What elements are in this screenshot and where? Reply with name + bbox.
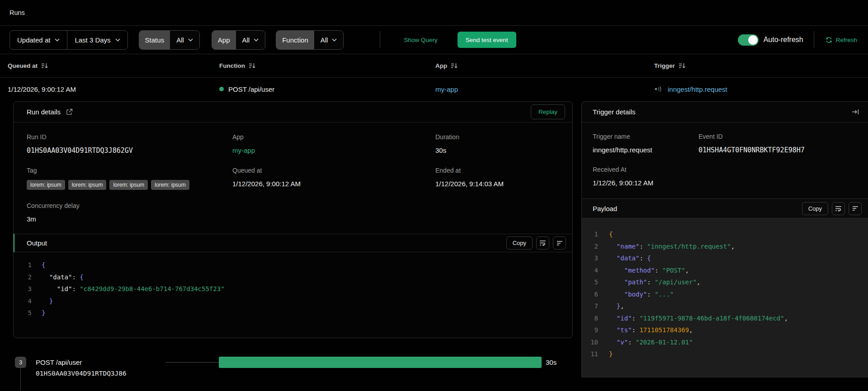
- sort-field-dropdown[interactable]: Updated at: [10, 31, 67, 49]
- field-trigger-name: Trigger name inngest/http.request: [593, 133, 698, 154]
- step-name: POST /api/user: [36, 357, 165, 368]
- column-label: App: [435, 62, 447, 69]
- format-lines-button[interactable]: [553, 236, 566, 250]
- auto-refresh-label: Auto-refresh: [764, 36, 803, 44]
- page-title: Runs: [9, 9, 25, 16]
- time-range-value: Last 3 Days: [75, 36, 110, 44]
- field-label: App: [232, 133, 435, 141]
- run-trigger-cell: inngest/http.request: [654, 85, 868, 93]
- run-trigger-link[interactable]: inngest/http.request: [668, 85, 727, 93]
- payload-code-block: 1{2 "name": "inngest/http.request",3 "da…: [582, 218, 868, 377]
- field-label: Event ID: [698, 133, 857, 140]
- sort-icon: [249, 62, 256, 69]
- function-filter-dropdown[interactable]: All: [314, 31, 344, 49]
- trigger-details-header: Trigger details: [582, 102, 868, 122]
- run-details-title: Run details: [27, 108, 61, 116]
- field-label: Concurrency delay: [27, 202, 232, 209]
- format-lines-button[interactable]: [849, 202, 862, 215]
- sort-icon: [679, 62, 686, 69]
- wrap-text-icon: [539, 240, 546, 246]
- timeline-connector-line: [165, 362, 219, 363]
- step-count-badge[interactable]: 3: [15, 357, 26, 368]
- runs-page: Runs Updated at Last 3 Days Status All A…: [0, 0, 868, 391]
- field-app: App my-app: [232, 133, 435, 155]
- ended-at-value: 1/12/2026, 9:14:03 AM: [435, 180, 560, 188]
- app-filter: App All: [212, 30, 265, 50]
- wrap-text-button[interactable]: [536, 236, 549, 250]
- run-details-column: Run details Replay Run ID 01HS: [13, 101, 573, 391]
- column-header-app[interactable]: App: [435, 62, 458, 69]
- chevron-down-icon: [332, 38, 337, 42]
- runs-table-header: Queued at Function App Trigger: [0, 54, 868, 78]
- sort-icon: [41, 62, 48, 69]
- chevron-down-icon: [115, 38, 120, 42]
- payload-section-header: Payload Copy: [582, 198, 868, 218]
- run-table-row[interactable]: 1/12/2026, 9:00:12 AM POST /api/user my-…: [0, 78, 868, 100]
- run-app-link[interactable]: my-app: [435, 85, 654, 93]
- tag-badge: lorem: ipsum: [151, 180, 189, 190]
- run-details-header: Run details Replay: [14, 102, 572, 122]
- run-function-cell: POST /api/user: [219, 85, 435, 93]
- app-filter-label: App: [212, 31, 236, 49]
- format-lines-icon: [557, 240, 563, 246]
- field-concurrency-delay: Concurrency delay 3m: [27, 202, 232, 223]
- payload-title: Payload: [593, 205, 617, 212]
- time-range-dropdown[interactable]: Last 3 Days: [67, 31, 127, 49]
- copy-output-button[interactable]: Copy: [506, 236, 533, 250]
- column-header-queued-at[interactable]: Queued at: [8, 62, 48, 69]
- top-bar: Runs: [0, 0, 868, 26]
- collapse-panel-button[interactable]: [852, 109, 859, 115]
- timeline-badge-column: 3: [15, 357, 26, 391]
- filter-bar: Updated at Last 3 Days Status All App Al…: [0, 26, 868, 54]
- timeline-step-info: POST /api/user 01HS0AA03V04D91RTDQ3J86: [36, 357, 165, 379]
- app-filter-value: All: [242, 36, 250, 44]
- run-queued-at: 1/12/2026, 9:00:12 AM: [8, 85, 219, 93]
- function-filter-value: All: [321, 36, 328, 44]
- external-link-icon: [66, 108, 73, 115]
- field-tag: Tag lorem: ipsum lorem: ipsum lorem: ips…: [27, 167, 232, 190]
- open-run-button[interactable]: [66, 108, 73, 115]
- field-event-id: Event ID 01HSHA4GT0FN0NRBKTF92E98H7: [698, 133, 857, 154]
- status-dot-icon: [219, 87, 224, 91]
- function-filter-label: Function: [276, 31, 314, 49]
- status-filter-dropdown[interactable]: All: [170, 31, 199, 49]
- event-id-value: 01HSHA4GT0FN0NRBKTF92E98H7: [698, 146, 857, 154]
- send-test-event-button[interactable]: Send test event: [458, 32, 516, 48]
- tag-badge: lorem: ipsum: [27, 180, 65, 190]
- field-label: Ended at: [435, 167, 560, 174]
- auto-refresh-toggle[interactable]: [738, 34, 759, 46]
- wrap-text-button[interactable]: [832, 202, 845, 215]
- field-label: Tag: [27, 167, 232, 174]
- step-duration-bar[interactable]: [219, 357, 542, 368]
- toggle-knob: [748, 35, 758, 45]
- output-code-block: 1{2 "data": {3 "id": "c8429dd9-29b8-44e6…: [14, 252, 572, 319]
- show-query-button[interactable]: Show Query: [404, 37, 437, 43]
- run-details-card: Run details Replay Run ID 01HS: [13, 101, 573, 338]
- tag-badge: lorem: ipsum: [68, 180, 107, 190]
- run-function-name: POST /api/user: [228, 85, 274, 93]
- status-filter: Status All: [139, 30, 200, 50]
- column-header-function[interactable]: Function: [219, 62, 256, 69]
- step-id: 01HS0AA03V04D91RTDQ3J86: [36, 368, 165, 379]
- app-value[interactable]: my-app: [232, 146, 435, 154]
- timeline-vertical-line: [20, 368, 21, 391]
- chevron-down-icon: [254, 38, 259, 42]
- refresh-label: Refresh: [836, 37, 857, 43]
- run-timeline: 3 POST /api/user 01HS0AA03V04D91RTDQ3J86…: [13, 357, 573, 391]
- refresh-button[interactable]: Refresh: [826, 37, 857, 43]
- field-queued-at: Queued at 1/12/2026, 9:00:12 AM: [232, 167, 435, 190]
- trigger-details-title: Trigger details: [593, 108, 635, 116]
- column-label: Function: [219, 62, 245, 69]
- column-label: Trigger: [654, 62, 675, 69]
- field-run-id: Run ID 01HS0AA03V04D91RTDQ3J862GV: [27, 133, 232, 155]
- replay-button[interactable]: Replay: [531, 104, 565, 119]
- field-label: Received At: [593, 166, 698, 173]
- run-details-fields: Run ID 01HS0AA03V04D91RTDQ3J862GV App my…: [14, 122, 572, 223]
- app-filter-dropdown[interactable]: All: [236, 31, 265, 49]
- field-label: Run ID: [27, 133, 232, 141]
- refresh-icon: [826, 37, 832, 43]
- sort-field-value: Updated at: [17, 36, 50, 44]
- sort-and-range-group: Updated at Last 3 Days: [9, 30, 128, 50]
- copy-payload-button[interactable]: Copy: [802, 202, 828, 215]
- column-header-trigger[interactable]: Trigger: [654, 62, 686, 69]
